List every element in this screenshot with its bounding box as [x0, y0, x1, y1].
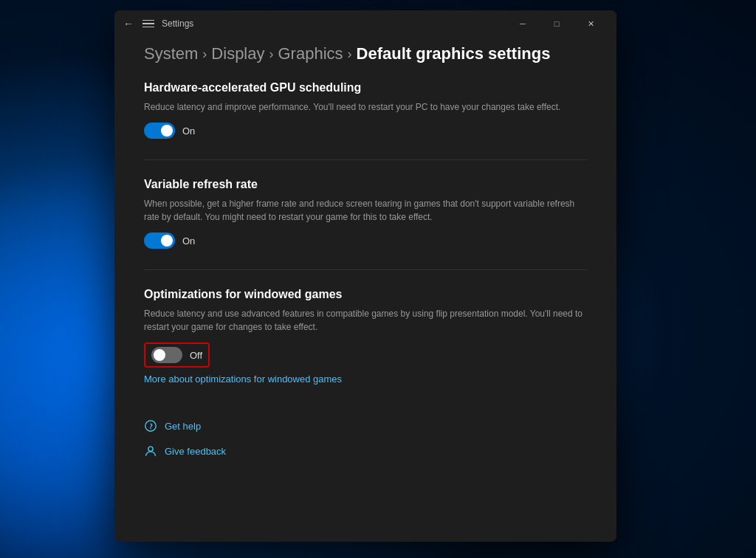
breadcrumb: System › Display › Graphics › Default gr… [144, 44, 587, 63]
maximize-button[interactable]: □ [540, 12, 574, 35]
breadcrumb-system[interactable]: System [144, 44, 198, 63]
footer-section: Get help Give feedback [144, 406, 587, 464]
windowed-games-toggle-thumb [154, 349, 165, 361]
windowed-games-toggle-label: Off [190, 350, 202, 361]
title-bar-controls: ─ □ ✕ [506, 12, 608, 35]
svg-point-2 [148, 447, 153, 451]
close-button[interactable]: ✕ [574, 12, 608, 35]
gpu-scheduling-toggle[interactable] [144, 123, 175, 139]
give-feedback-label: Give feedback [165, 446, 226, 457]
breadcrumb-sep-1: › [202, 46, 207, 62]
breadcrumb-graphics[interactable]: Graphics [278, 44, 343, 63]
get-help-link[interactable]: Get help [144, 413, 587, 438]
variable-refresh-section: Variable refresh rate When possible, get… [144, 178, 587, 249]
give-feedback-link[interactable]: Give feedback [144, 438, 587, 464]
svg-point-0 [145, 421, 156, 431]
minimize-button[interactable]: ─ [506, 12, 540, 35]
variable-refresh-toggle[interactable] [144, 232, 175, 249]
breadcrumb-current: Default graphics settings [357, 44, 551, 63]
hamburger-button[interactable] [142, 20, 154, 28]
windowed-games-link[interactable]: More about optimizations for windowed ga… [144, 373, 342, 385]
variable-refresh-toggle-thumb [161, 235, 173, 247]
windowed-games-toggle-highlighted: Off [144, 342, 210, 368]
windowed-games-toggle[interactable] [151, 347, 182, 363]
content-area: System › Display › Graphics › Default gr… [114, 37, 616, 542]
breadcrumb-sep-3: › [348, 46, 352, 62]
get-help-icon [144, 419, 157, 433]
gpu-scheduling-toggle-row: On [144, 123, 587, 139]
variable-refresh-toggle-row: On [144, 232, 587, 249]
variable-refresh-toggle-label: On [182, 235, 195, 247]
svg-point-1 [151, 429, 151, 430]
gpu-scheduling-desc: Reduce latency and improve performance. … [144, 100, 587, 114]
get-help-label: Get help [165, 421, 201, 432]
divider-2 [144, 269, 587, 270]
variable-refresh-title: Variable refresh rate [144, 178, 587, 191]
windowed-games-section: Optimizations for windowed games Reduce … [144, 288, 587, 385]
gpu-scheduling-title: Hardware-accelerated GPU scheduling [144, 81, 587, 94]
window-title: Settings [162, 18, 193, 29]
windowed-games-desc: Reduce latency and use advanced features… [144, 307, 587, 334]
gpu-scheduling-toggle-thumb [161, 125, 173, 137]
give-feedback-icon [144, 444, 157, 458]
windowed-games-title: Optimizations for windowed games [144, 288, 587, 301]
windowed-games-toggle-row: Off [144, 342, 587, 368]
title-bar: ← Settings ─ □ ✕ [114, 10, 616, 37]
back-button[interactable]: ← [123, 18, 134, 30]
title-bar-left: ← Settings [123, 18, 506, 30]
settings-window: ← Settings ─ □ ✕ System › Display › Grap… [114, 10, 616, 542]
breadcrumb-display[interactable]: Display [211, 44, 264, 63]
breadcrumb-sep-2: › [269, 46, 274, 62]
variable-refresh-desc: When possible, get a higher frame rate a… [144, 197, 587, 224]
gpu-scheduling-toggle-label: On [182, 125, 195, 137]
gpu-scheduling-section: Hardware-accelerated GPU scheduling Redu… [144, 81, 587, 139]
divider-1 [144, 159, 587, 160]
